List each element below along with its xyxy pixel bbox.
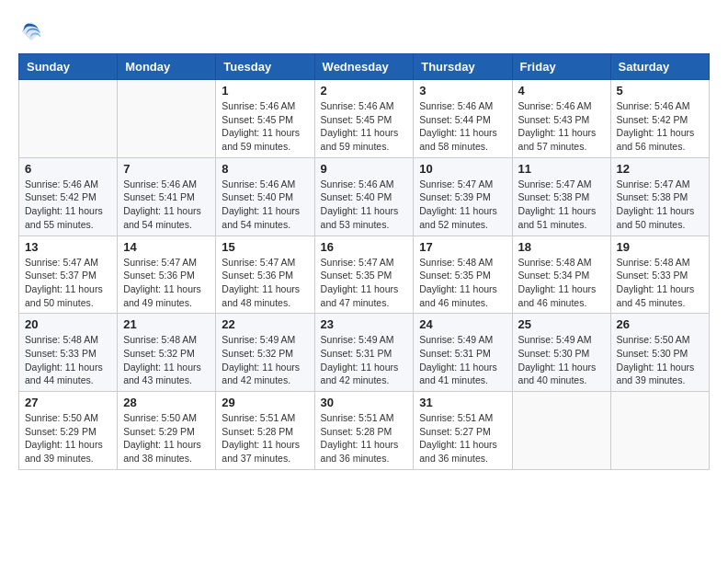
day-info: Sunrise: 5:49 AM Sunset: 5:31 PM Dayligh… (321, 333, 408, 387)
weekday-header-friday: Friday (512, 54, 610, 80)
day-info: Sunrise: 5:47 AM Sunset: 5:36 PM Dayligh… (123, 256, 210, 310)
logo-icon (18, 18, 44, 44)
calendar-cell: 29Sunrise: 5:51 AM Sunset: 5:28 PM Dayli… (216, 392, 314, 470)
day-number: 12 (617, 162, 703, 176)
day-number: 11 (518, 162, 605, 176)
calendar-cell: 31Sunrise: 5:51 AM Sunset: 5:27 PM Dayli… (414, 392, 512, 470)
day-number: 14 (123, 240, 210, 254)
calendar-cell: 28Sunrise: 5:50 AM Sunset: 5:29 PM Dayli… (118, 392, 216, 470)
calendar-cell: 18Sunrise: 5:48 AM Sunset: 5:34 PM Dayli… (512, 236, 610, 314)
day-info: Sunrise: 5:48 AM Sunset: 5:34 PM Dayligh… (518, 256, 605, 310)
calendar-cell (610, 392, 709, 470)
weekday-header-row: SundayMondayTuesdayWednesdayThursdayFrid… (19, 54, 710, 80)
day-number: 16 (321, 240, 408, 254)
calendar-cell: 11Sunrise: 5:47 AM Sunset: 5:38 PM Dayli… (512, 157, 610, 236)
day-number: 26 (617, 317, 703, 331)
calendar-week-5: 27Sunrise: 5:50 AM Sunset: 5:29 PM Dayli… (19, 392, 710, 470)
day-number: 15 (222, 240, 308, 254)
day-number: 10 (419, 162, 506, 176)
day-number: 7 (123, 162, 210, 176)
logo (18, 18, 48, 44)
calendar-cell: 4Sunrise: 5:46 AM Sunset: 5:43 PM Daylig… (512, 80, 610, 158)
day-number: 19 (617, 240, 703, 254)
calendar-cell: 30Sunrise: 5:51 AM Sunset: 5:28 PM Dayli… (314, 392, 414, 470)
calendar-cell: 9Sunrise: 5:46 AM Sunset: 5:40 PM Daylig… (314, 157, 414, 236)
calendar-cell: 1Sunrise: 5:46 AM Sunset: 5:45 PM Daylig… (216, 80, 314, 158)
day-info: Sunrise: 5:47 AM Sunset: 5:35 PM Dayligh… (321, 256, 408, 310)
calendar-week-1: 1Sunrise: 5:46 AM Sunset: 5:45 PM Daylig… (19, 80, 710, 158)
calendar-week-4: 20Sunrise: 5:48 AM Sunset: 5:33 PM Dayli… (19, 314, 710, 392)
day-number: 22 (222, 317, 308, 331)
day-info: Sunrise: 5:46 AM Sunset: 5:42 PM Dayligh… (617, 99, 703, 154)
calendar-cell: 7Sunrise: 5:46 AM Sunset: 5:41 PM Daylig… (118, 157, 216, 236)
calendar-cell (118, 80, 216, 158)
day-info: Sunrise: 5:50 AM Sunset: 5:29 PM Dayligh… (25, 411, 111, 465)
day-number: 24 (419, 317, 506, 331)
day-info: Sunrise: 5:47 AM Sunset: 5:37 PM Dayligh… (25, 256, 111, 310)
calendar-week-2: 6Sunrise: 5:46 AM Sunset: 5:42 PM Daylig… (19, 157, 710, 236)
calendar-cell: 24Sunrise: 5:49 AM Sunset: 5:31 PM Dayli… (414, 314, 512, 392)
day-number: 21 (123, 317, 210, 331)
day-info: Sunrise: 5:51 AM Sunset: 5:28 PM Dayligh… (321, 411, 408, 465)
calendar-cell: 14Sunrise: 5:47 AM Sunset: 5:36 PM Dayli… (118, 236, 216, 314)
weekday-header-thursday: Thursday (414, 54, 512, 80)
calendar-cell: 3Sunrise: 5:46 AM Sunset: 5:44 PM Daylig… (414, 80, 512, 158)
day-number: 17 (419, 240, 506, 254)
day-number: 31 (419, 396, 506, 409)
calendar-cell: 19Sunrise: 5:48 AM Sunset: 5:33 PM Dayli… (610, 236, 709, 314)
calendar-cell: 6Sunrise: 5:46 AM Sunset: 5:42 PM Daylig… (19, 157, 118, 236)
calendar-cell: 27Sunrise: 5:50 AM Sunset: 5:29 PM Dayli… (19, 392, 118, 470)
day-info: Sunrise: 5:47 AM Sunset: 5:39 PM Dayligh… (419, 178, 506, 232)
day-number: 5 (617, 84, 703, 98)
day-info: Sunrise: 5:49 AM Sunset: 5:32 PM Dayligh… (222, 333, 308, 387)
day-number: 23 (321, 317, 408, 331)
day-number: 13 (25, 240, 111, 254)
calendar-cell: 8Sunrise: 5:46 AM Sunset: 5:40 PM Daylig… (216, 157, 314, 236)
calendar-cell: 23Sunrise: 5:49 AM Sunset: 5:31 PM Dayli… (314, 314, 414, 392)
day-number: 3 (419, 84, 506, 98)
day-info: Sunrise: 5:51 AM Sunset: 5:28 PM Dayligh… (222, 411, 308, 465)
day-info: Sunrise: 5:47 AM Sunset: 5:36 PM Dayligh… (222, 256, 308, 310)
calendar-week-3: 13Sunrise: 5:47 AM Sunset: 5:37 PM Dayli… (19, 236, 710, 314)
day-info: Sunrise: 5:47 AM Sunset: 5:38 PM Dayligh… (518, 178, 605, 232)
calendar-cell: 15Sunrise: 5:47 AM Sunset: 5:36 PM Dayli… (216, 236, 314, 314)
calendar-cell: 10Sunrise: 5:47 AM Sunset: 5:39 PM Dayli… (414, 157, 512, 236)
calendar-cell: 22Sunrise: 5:49 AM Sunset: 5:32 PM Dayli… (216, 314, 314, 392)
day-number: 27 (25, 396, 111, 409)
day-number: 6 (25, 162, 111, 176)
day-info: Sunrise: 5:50 AM Sunset: 5:30 PM Dayligh… (617, 333, 703, 387)
calendar-cell: 26Sunrise: 5:50 AM Sunset: 5:30 PM Dayli… (610, 314, 709, 392)
day-info: Sunrise: 5:46 AM Sunset: 5:44 PM Dayligh… (419, 99, 506, 154)
day-info: Sunrise: 5:47 AM Sunset: 5:38 PM Dayligh… (617, 178, 703, 232)
day-info: Sunrise: 5:46 AM Sunset: 5:40 PM Dayligh… (222, 178, 308, 232)
weekday-header-monday: Monday (118, 54, 216, 80)
calendar-cell (512, 392, 610, 470)
day-number: 4 (518, 84, 605, 98)
calendar-cell: 20Sunrise: 5:48 AM Sunset: 5:33 PM Dayli… (19, 314, 118, 392)
calendar-cell: 17Sunrise: 5:48 AM Sunset: 5:35 PM Dayli… (414, 236, 512, 314)
day-number: 25 (518, 317, 605, 331)
day-info: Sunrise: 5:46 AM Sunset: 5:42 PM Dayligh… (25, 178, 111, 232)
day-info: Sunrise: 5:49 AM Sunset: 5:30 PM Dayligh… (518, 333, 605, 387)
day-number: 20 (25, 317, 111, 331)
day-number: 30 (321, 396, 408, 409)
day-number: 1 (222, 84, 308, 98)
calendar-table: SundayMondayTuesdayWednesdayThursdayFrid… (18, 53, 710, 470)
calendar-cell: 13Sunrise: 5:47 AM Sunset: 5:37 PM Dayli… (19, 236, 118, 314)
page-header (18, 18, 710, 44)
day-info: Sunrise: 5:48 AM Sunset: 5:35 PM Dayligh… (419, 256, 506, 310)
day-info: Sunrise: 5:49 AM Sunset: 5:31 PM Dayligh… (419, 333, 506, 387)
day-info: Sunrise: 5:48 AM Sunset: 5:33 PM Dayligh… (25, 333, 111, 387)
calendar-cell: 21Sunrise: 5:48 AM Sunset: 5:32 PM Dayli… (118, 314, 216, 392)
day-info: Sunrise: 5:51 AM Sunset: 5:27 PM Dayligh… (419, 411, 506, 465)
day-number: 28 (123, 396, 210, 409)
day-info: Sunrise: 5:48 AM Sunset: 5:32 PM Dayligh… (123, 333, 210, 387)
weekday-header-tuesday: Tuesday (216, 54, 314, 80)
day-info: Sunrise: 5:46 AM Sunset: 5:45 PM Dayligh… (321, 99, 408, 154)
calendar-cell: 25Sunrise: 5:49 AM Sunset: 5:30 PM Dayli… (512, 314, 610, 392)
day-number: 29 (222, 396, 308, 409)
weekday-header-wednesday: Wednesday (314, 54, 414, 80)
calendar-cell: 12Sunrise: 5:47 AM Sunset: 5:38 PM Dayli… (610, 157, 709, 236)
calendar-cell: 16Sunrise: 5:47 AM Sunset: 5:35 PM Dayli… (314, 236, 414, 314)
day-number: 9 (321, 162, 408, 176)
